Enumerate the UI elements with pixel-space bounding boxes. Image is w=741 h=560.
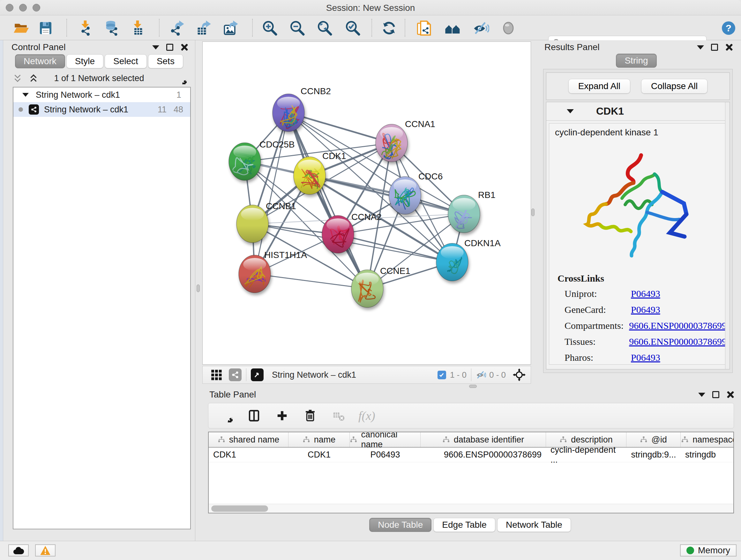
network-edge-count: 48	[174, 105, 183, 115]
scrollbar-thumb[interactable]	[211, 505, 268, 512]
panel-float-icon[interactable]	[712, 391, 719, 398]
zoom-selected-button[interactable]	[344, 19, 361, 37]
open-in-window-icon[interactable]	[251, 368, 264, 381]
hide-graphics-details-button[interactable]	[472, 19, 489, 37]
tab-edge-table[interactable]: Edge Table	[433, 518, 495, 532]
table-cell[interactable]: cyclin-dependent ...	[546, 448, 626, 462]
collection-expander-icon[interactable]	[22, 93, 29, 97]
collapse-all-button[interactable]: Collapse All	[641, 79, 708, 94]
panel-menu-icon[interactable]	[152, 45, 159, 50]
crosslink-link[interactable]: P06493	[631, 288, 660, 299]
network-edge[interactable]	[288, 113, 367, 289]
delete-column-trash-icon[interactable]	[302, 408, 318, 424]
network-node-hist1h1a[interactable]	[239, 255, 271, 293]
export-table-button[interactable]	[195, 19, 212, 37]
panel-float-icon[interactable]	[166, 44, 173, 51]
table-row[interactable]: CDK1CDK1P064939606.ENSP00000378699cyclin…	[209, 448, 733, 462]
tab-sets[interactable]: Sets	[148, 54, 183, 68]
left-splitter-handle[interactable]	[197, 285, 200, 292]
right-splitter-handle[interactable]	[531, 208, 535, 216]
network-node-ccna2[interactable]	[322, 215, 354, 253]
import-network-from-file-button[interactable]	[77, 19, 94, 37]
table-cell[interactable]: stringdb:9...	[626, 448, 681, 462]
import-table-from-file-button[interactable]	[129, 19, 146, 37]
network-edge[interactable]	[255, 274, 367, 289]
warnings-button[interactable]	[35, 544, 56, 557]
table-cell[interactable]: stringdb	[681, 448, 734, 462]
table-cell[interactable]: CDK1	[288, 448, 350, 462]
column-header-name[interactable]: name	[288, 432, 350, 447]
import-network-from-database-button[interactable]	[103, 19, 120, 37]
tab-network-table[interactable]: Network Table	[497, 518, 571, 532]
control-panel: Control Panel NetworkStyleSelectSets 1 o…	[3, 40, 195, 541]
tab-node-table[interactable]: Node Table	[369, 518, 431, 532]
crosslink-link[interactable]: P06493	[631, 304, 660, 315]
tab-string[interactable]: String	[616, 54, 657, 68]
selected-nodes-checkbox[interactable]	[437, 371, 446, 379]
results-scrollbar[interactable]	[725, 102, 730, 369]
node-label-cdc25b: CDC25B	[259, 139, 294, 149]
network-from-file-button[interactable]	[415, 19, 433, 37]
show-graphics-details-button[interactable]	[500, 19, 517, 37]
refresh-button[interactable]	[381, 19, 398, 37]
show-all-networks-button[interactable]	[444, 19, 461, 37]
zoom-out-button[interactable]	[288, 19, 306, 37]
crosslink-label: Uniprot:	[557, 288, 631, 299]
column-header-shared-name[interactable]: shared name	[209, 432, 288, 447]
column-header-namespace[interactable]: namespace	[681, 432, 734, 447]
crosslink-link[interactable]: P06493	[631, 352, 660, 363]
network-node-cdkn1a[interactable]	[436, 243, 468, 281]
panel-float-icon[interactable]	[711, 44, 718, 51]
column-header-database-identifier[interactable]: database identifier	[421, 432, 546, 447]
column-header-canonical-name[interactable]: canonical name	[350, 432, 421, 447]
add-column-icon[interactable]	[274, 408, 290, 424]
column-label: database identifier	[454, 435, 524, 445]
network-node-ccne1[interactable]	[351, 270, 383, 307]
table-cell[interactable]: 9606.ENSP00000378699	[421, 448, 546, 462]
expand-all-button[interactable]: Expand All	[568, 79, 630, 94]
memory-button[interactable]: Memory	[680, 544, 737, 557]
help-button[interactable]: ?	[720, 19, 737, 37]
network-node-cdk1[interactable]	[293, 157, 326, 194]
open-session-button[interactable]	[12, 19, 29, 37]
column-header-id[interactable]: @id	[626, 432, 681, 447]
network-collection-row[interactable]: String Network – cdk1 1	[13, 87, 190, 102]
table-horizontal-scrollbar[interactable]	[209, 504, 733, 513]
network-node-ccna1[interactable]	[376, 124, 408, 162]
network-selected-status: 1 of 1 Network selected	[3, 73, 195, 83]
export-network-button[interactable]	[169, 19, 186, 37]
network-tree: String Network – cdk1 1 String Network –…	[13, 87, 191, 530]
network-node-cdc6[interactable]	[389, 177, 421, 214]
tab-network[interactable]: Network	[15, 54, 65, 68]
table-cell[interactable]: CDK1	[209, 448, 288, 462]
panel-close-icon[interactable]	[725, 44, 733, 51]
panel-close-icon[interactable]	[180, 44, 188, 51]
network-node-cdc25b[interactable]	[229, 143, 261, 180]
show-columns-icon[interactable]	[246, 408, 262, 424]
crosslink-link[interactable]: 9606.ENSP00000378699	[629, 320, 727, 331]
network-type-icon[interactable]	[229, 368, 242, 381]
cloud-status-button[interactable]	[8, 544, 29, 557]
table-cell[interactable]: P06493	[350, 448, 421, 462]
panel-menu-icon[interactable]	[697, 45, 704, 50]
fit-selection-crosshair-icon[interactable]	[513, 368, 526, 381]
birdseye-grid-icon[interactable]	[210, 369, 222, 381]
network-node-rb1[interactable]	[448, 195, 480, 233]
gene-expander-icon[interactable]	[567, 109, 574, 113]
column-label: name	[314, 435, 336, 445]
table-settings-gear-icon[interactable]	[218, 408, 234, 424]
panel-menu-icon[interactable]	[698, 393, 705, 397]
network-node-ccnb2[interactable]	[273, 94, 305, 132]
network-canvas[interactable]: CCNB2CCNA1CDC25BCDK1CDC6RB1CCNB1CCNA2CDK…	[202, 42, 531, 365]
tab-style[interactable]: Style	[66, 54, 104, 68]
zoom-fit-button[interactable]	[316, 19, 333, 37]
export-image-button[interactable]	[223, 19, 240, 37]
tab-select[interactable]: Select	[105, 54, 147, 68]
network-row-selected[interactable]: String Network – cdk1 11 48	[13, 102, 190, 117]
save-session-button[interactable]	[37, 19, 54, 37]
panel-close-icon[interactable]	[726, 391, 734, 398]
zoom-in-button[interactable]	[261, 19, 278, 37]
horizontal-splitter-handle[interactable]	[469, 385, 477, 388]
network-node-ccnb1[interactable]	[237, 205, 268, 243]
crosslink-link[interactable]: 9606.ENSP00000378699	[629, 336, 727, 347]
